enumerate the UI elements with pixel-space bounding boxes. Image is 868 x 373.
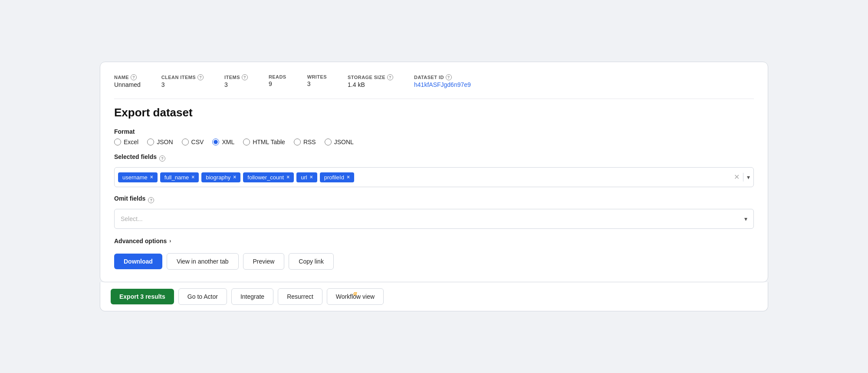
tag-full-name: full_name × — [160, 172, 199, 182]
meta-reads-value: 9 — [269, 80, 286, 87]
omit-fields-section: Omit fields ? Select... ▾ — [114, 195, 754, 229]
tag-full-name-close[interactable]: × — [191, 175, 194, 180]
meta-name: NAME ? Unnamed — [114, 74, 141, 88]
radio-excel[interactable] — [114, 139, 121, 145]
radio-csv[interactable] — [182, 139, 189, 145]
meta-writes: WRITES 3 — [307, 74, 327, 87]
format-jsonl[interactable]: JSONL — [325, 139, 354, 145]
section-divider — [114, 99, 754, 99]
selected-fields-section: Selected fields ? username × full_name ×… — [114, 153, 754, 187]
dataset-id-info-icon[interactable]: ? — [446, 74, 452, 80]
bottom-bar: Export 3 results Go to Actor Integrate R… — [100, 282, 768, 311]
meta-writes-value: 3 — [307, 80, 327, 87]
advanced-options-row[interactable]: Advanced options › — [114, 238, 754, 244]
resurrect-button[interactable]: Resurrect — [278, 288, 322, 305]
selected-fields-info-icon[interactable]: ? — [159, 155, 165, 162]
meta-reads-label: READS — [269, 74, 286, 79]
goto-actor-button[interactable]: Go to Actor — [178, 288, 227, 305]
tag-biography-close[interactable]: × — [233, 175, 236, 180]
format-csv[interactable]: CSV — [182, 139, 204, 145]
items-info-icon[interactable]: ? — [242, 74, 248, 80]
radio-json[interactable] — [147, 139, 154, 145]
omit-fields-label-row: Omit fields ? — [114, 195, 754, 205]
radio-html-table[interactable] — [243, 139, 250, 145]
meta-dataset-id: DATASET ID ? h41kfASFJgd6n97e9 — [414, 74, 471, 88]
view-in-tab-button[interactable]: View in another tab — [167, 253, 239, 270]
download-button[interactable]: Download — [114, 254, 162, 269]
format-html-table[interactable]: HTML Table — [243, 139, 285, 145]
omit-fields-select[interactable]: Select... ▾ — [114, 209, 754, 229]
tag-follower-count-close[interactable]: × — [286, 175, 289, 180]
radio-rss[interactable] — [294, 139, 301, 145]
meta-name-value: Unnamed — [114, 81, 141, 88]
omit-fields-placeholder: Select... — [121, 215, 143, 222]
meta-row: NAME ? Unnamed CLEAN ITEMS ? 3 ITEMS ? 3… — [114, 74, 754, 88]
tags-dropdown-arrow[interactable]: ▾ — [747, 174, 750, 181]
format-section: Format Excel JSON CSV XML HTML Table RSS — [114, 128, 754, 145]
tags-actions: ✕ ▾ — [734, 173, 750, 182]
preview-button[interactable]: Preview — [243, 253, 285, 270]
meta-clean-items: CLEAN ITEMS ? 3 — [161, 74, 204, 88]
tag-profileid: profileId × — [320, 172, 354, 182]
meta-name-label: NAME ? — [114, 74, 141, 80]
clean-items-info-icon[interactable]: ? — [197, 74, 204, 80]
dataset-id-link[interactable]: h41kfASFJgd6n97e9 — [414, 81, 471, 88]
meta-dataset-id-label: DATASET ID ? — [414, 74, 471, 80]
meta-items-value: 3 — [224, 81, 248, 88]
workflow-btn-wrap: α Workflow view — [327, 288, 384, 305]
tag-url-close[interactable]: × — [310, 175, 313, 180]
meta-items: ITEMS ? 3 — [224, 74, 248, 88]
tag-username-close[interactable]: × — [150, 175, 153, 180]
meta-storage: STORAGE SIZE ? 1.4 kB — [348, 74, 393, 88]
meta-items-label: ITEMS ? — [224, 74, 248, 80]
meta-storage-value: 1.4 kB — [348, 81, 393, 88]
format-label: Format — [114, 128, 754, 135]
copy-link-button[interactable]: Copy link — [289, 253, 334, 270]
meta-storage-label: STORAGE SIZE ? — [348, 74, 393, 80]
tags-container: username × full_name × biography × follo… — [114, 167, 754, 187]
selected-fields-label-row: Selected fields ? — [114, 153, 754, 164]
alpha-badge: α — [353, 290, 357, 297]
tag-follower-count: follower_count × — [243, 172, 294, 182]
export-title: Export dataset — [114, 106, 754, 119]
radio-jsonl[interactable] — [325, 139, 332, 145]
tag-biography: biography × — [201, 172, 240, 182]
integrate-button[interactable]: Integrate — [231, 288, 273, 305]
name-info-icon[interactable]: ? — [131, 74, 137, 80]
meta-reads: READS 9 — [269, 74, 286, 87]
format-xml[interactable]: XML — [212, 139, 234, 145]
tags-divider — [743, 173, 743, 182]
meta-clean-items-label: CLEAN ITEMS ? — [161, 74, 204, 80]
format-excel[interactable]: Excel — [114, 139, 138, 145]
selected-fields-label: Selected fields — [114, 153, 157, 160]
format-json[interactable]: JSON — [147, 139, 173, 145]
main-panel: NAME ? Unnamed CLEAN ITEMS ? 3 ITEMS ? 3… — [100, 62, 768, 282]
radio-xml[interactable] — [212, 139, 219, 145]
advanced-options-label: Advanced options — [114, 238, 167, 244]
export-results-button[interactable]: Export 3 results — [111, 289, 174, 304]
omit-fields-dropdown-icon: ▾ — [744, 215, 747, 222]
advanced-options-chevron: › — [169, 238, 171, 244]
omit-fields-label: Omit fields — [114, 195, 145, 202]
storage-info-icon[interactable]: ? — [387, 74, 393, 80]
format-rss[interactable]: RSS — [294, 139, 316, 145]
tag-url: url × — [296, 172, 317, 182]
meta-clean-items-value: 3 — [161, 81, 204, 88]
radio-group: Excel JSON CSV XML HTML Table RSS JSONL — [114, 139, 754, 145]
clear-all-button[interactable]: ✕ — [734, 174, 740, 181]
meta-writes-label: WRITES — [307, 74, 327, 79]
tag-profileid-close[interactable]: × — [347, 175, 350, 180]
action-buttons: Download View in another tab Preview Cop… — [114, 253, 754, 270]
omit-fields-info-icon[interactable]: ? — [148, 197, 154, 203]
tag-username: username × — [118, 172, 158, 182]
